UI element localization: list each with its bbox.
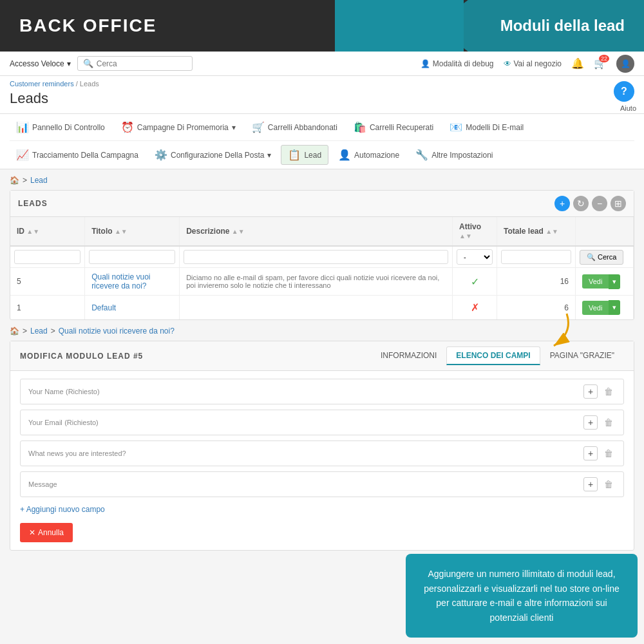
- field-email-delete-button[interactable]: 🗑: [601, 415, 616, 430]
- filter-desc-input[interactable]: [184, 250, 448, 264]
- nav-configurazione-label: Configurazione Della Posta: [171, 151, 264, 160]
- filter-desc-cell: [180, 246, 453, 268]
- nav-impostazioni[interactable]: 🔧 Altre Impostazioni: [409, 146, 499, 164]
- sort-attivo-icon[interactable]: ▲▼: [459, 232, 472, 240]
- email-icon: 📧: [450, 121, 462, 133]
- field-message-expand-button[interactable]: +: [583, 477, 598, 491]
- tooltip-text: Aggiungere un numero illimitato di modul…: [424, 569, 619, 622]
- nav-carrelli-abbandonati[interactable]: 🛒 Carrelli Abbandonati: [245, 118, 344, 137]
- dropdown-arrow-icon: ▾: [67, 59, 71, 68]
- leads-table: ID ▲▼ Titolo ▲▼ Descrizione ▲▼ Attivo ▲▼: [10, 217, 634, 319]
- filter-id-input[interactable]: [14, 250, 80, 264]
- user-avatar[interactable]: 👤: [616, 55, 634, 73]
- form-home-icon[interactable]: 🏠: [10, 327, 19, 336]
- row1-vedi-button[interactable]: Vedi: [582, 274, 609, 289]
- leads-breadcrumb: 🏠 > Lead: [10, 176, 634, 185]
- search-icon: 🔍: [83, 59, 93, 68]
- refresh-button[interactable]: ↻: [573, 196, 589, 211]
- leads-card-header: LEADS + ↻ − ⊞: [10, 191, 634, 217]
- tab-informazioni[interactable]: INFORMAZIONI: [371, 346, 446, 365]
- cancel-button[interactable]: ✕ Annulla: [20, 523, 73, 542]
- field-news-delete-button[interactable]: 🗑: [601, 446, 616, 460]
- form-field-message: Message + 🗑: [20, 471, 624, 497]
- field-news-actions: + 🗑: [583, 446, 616, 460]
- inactive-check-icon: ✗: [471, 302, 479, 313]
- nav-configurazione[interactable]: ⚙️ Configurazione Della Posta ▾: [148, 146, 278, 164]
- minus-button[interactable]: −: [592, 196, 607, 211]
- columns-button[interactable]: ⊞: [611, 196, 626, 211]
- leads-card: LEADS + ↻ − ⊞ ID ▲▼ Titolo ▲▼: [10, 190, 634, 320]
- nav-campagne[interactable]: ⏰ Campagne Di Promemoria ▾: [115, 118, 242, 137]
- row2-titolo-link[interactable]: Default: [91, 303, 116, 312]
- x-icon: ✕: [29, 528, 35, 537]
- nav-automazione[interactable]: 👤 Automazione: [332, 146, 406, 164]
- active-check-icon: ✓: [471, 276, 479, 287]
- breadcrumb-parent[interactable]: Customer reminders: [10, 80, 74, 88]
- breadcrumb-current: Leads: [80, 80, 99, 88]
- filter-titolo-cell: [85, 246, 180, 268]
- filter-search-button[interactable]: 🔍 Cerca: [580, 250, 623, 265]
- top-nav-left: Accesso Veloce ▾ 🔍: [10, 56, 193, 71]
- form-breadcrumb-lead[interactable]: Lead: [30, 327, 48, 336]
- help-button[interactable]: ?: [614, 81, 634, 102]
- field-name-expand-button[interactable]: +: [583, 384, 598, 399]
- filter-attivo-select[interactable]: - Sì No: [457, 249, 493, 265]
- header-banner: BACK OFFICE Moduli della lead: [0, 0, 644, 52]
- field-email-label: Your Email (Richiesto): [28, 418, 99, 427]
- filter-search-cell: 🔍 Cerca: [576, 246, 634, 268]
- field-message-actions: + 🗑: [583, 477, 616, 491]
- row2-vedi-button[interactable]: Vedi: [582, 301, 609, 315]
- filter-titolo-input[interactable]: [89, 250, 175, 264]
- chart-icon: 📊: [16, 121, 29, 133]
- field-news-expand-button[interactable]: +: [583, 446, 598, 460]
- page-header: Customer reminders / Leads Leads ? Aiuto: [0, 76, 644, 114]
- filter-totale-input[interactable]: [501, 250, 571, 264]
- field-email-expand-button[interactable]: +: [583, 415, 598, 430]
- nav-tracciamento[interactable]: 📈 Tracciamento Della Campagna: [10, 146, 145, 164]
- row2-id: 1: [10, 296, 85, 320]
- col-attivo: Attivo ▲▼: [453, 217, 497, 246]
- col-totale: Totale lead ▲▼: [497, 217, 576, 246]
- leads-breadcrumb-lead[interactable]: Lead: [30, 176, 48, 185]
- field-message-label: Message: [28, 480, 57, 489]
- add-field-button[interactable]: + Aggiungi nuovo campo: [20, 502, 105, 516]
- table-header-row: ID ▲▼ Titolo ▲▼ Descrizione ▲▼ Attivo ▲▼: [10, 217, 634, 246]
- nav-pannello[interactable]: 📊 Pannello Di Controllo: [10, 118, 111, 137]
- field-message-delete-button[interactable]: 🗑: [601, 477, 616, 491]
- sort-id-icon[interactable]: ▲▼: [26, 228, 39, 235]
- row1-vedi-dropdown[interactable]: ▾: [609, 274, 620, 289]
- store-link[interactable]: 👁 Vai al negozio: [504, 59, 562, 68]
- cart-icon[interactable]: 🛒 22: [594, 57, 607, 70]
- sort-titolo-icon[interactable]: ▲▼: [115, 228, 128, 235]
- row1-attivo: ✓: [453, 268, 497, 296]
- nav-pannello-label: Pannello Di Controllo: [32, 123, 105, 132]
- field-name-delete-button[interactable]: 🗑: [601, 384, 616, 399]
- top-nav-right: 👤 Modalità di debug 👁 Vai al negozio 🔔 🛒…: [421, 55, 634, 73]
- debug-mode[interactable]: 👤 Modalità di debug: [421, 59, 494, 68]
- row2-vedi-dropdown[interactable]: ▾: [609, 300, 620, 315]
- home-icon[interactable]: 🏠: [10, 176, 19, 185]
- row1-titolo: Quali notizie vuoi ricevere da noi?: [85, 268, 180, 296]
- search-input[interactable]: [97, 59, 187, 68]
- accesso-veloce-button[interactable]: Accesso Veloce ▾: [10, 59, 71, 68]
- notification-icon[interactable]: 🔔: [571, 57, 584, 70]
- row2-desc: [180, 296, 453, 320]
- row2-titolo: Default: [85, 296, 180, 320]
- form-field-email: Your Email (Richiesto) + 🗑: [20, 410, 624, 435]
- nav-lead[interactable]: 📋 Lead: [281, 145, 328, 165]
- campagne-dropdown-icon: ▾: [232, 123, 236, 132]
- row1-titolo-link[interactable]: Quali notizie vuoi ricevere da noi?: [91, 272, 150, 290]
- col-actions: [576, 217, 634, 246]
- main-nav-row2: 📈 Tracciamento Della Campagna ⚙️ Configu…: [10, 140, 634, 169]
- nav-modelli-email[interactable]: 📧 Modelli Di E-mail: [443, 118, 530, 137]
- tracking-icon: 📈: [16, 149, 29, 161]
- sort-totale-icon[interactable]: ▲▼: [545, 228, 558, 235]
- form-card: MODIFICA MODULO LEAD #5 INFORMAZIONI ELE…: [10, 341, 634, 551]
- nav-modelli-label: Modelli Di E-mail: [466, 123, 524, 132]
- nav-carrelli-recuperati[interactable]: 🛍️ Carrelli Recuperati: [347, 118, 440, 137]
- form-tabs: INFORMAZIONI ELENCO DEI CAMPI PAGINA "GR…: [371, 346, 624, 365]
- sort-desc-icon[interactable]: ▲▼: [232, 228, 245, 235]
- nav-tracciamento-label: Tracciamento Della Campagna: [32, 151, 138, 160]
- add-lead-button[interactable]: +: [554, 196, 570, 211]
- form-breadcrumb-form[interactable]: Quali notizie vuoi ricevere da noi?: [59, 327, 175, 336]
